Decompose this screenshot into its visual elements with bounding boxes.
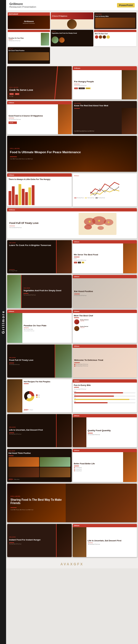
line-chart-svg: [74, 177, 136, 197]
slide-par-brand: Grillmore: [9, 311, 14, 312]
svg-point-7: [98, 220, 100, 222]
overview-slide-5[interactable]: Grillmore Vegetables And Fruit Are Simpl…: [51, 30, 93, 46]
ov6-brand: Grillmore: [95, 30, 100, 32]
ov3-brand: GRILLMORE: [95, 14, 135, 15]
slide-hot-recipes[interactable]: Hot Recipes For Hot Peoples: [7, 379, 72, 412]
slide-hr-label: Recipes: [30, 409, 33, 410]
slide-td-body: The Good Dish Of The Food: [9, 364, 52, 365]
slide-gfh-title: Good Food Is A Source Of Happiness: [9, 115, 57, 117]
slide-sf-title: Sharing Food Is The Best Way To Make Fri…: [10, 498, 69, 505]
slide-treaty-dark[interactable]: GRILLMORE Food Full Of Treaty Love The G…: [7, 344, 72, 378]
slide-row-hot: Hot Recipes For Hot Peoples: [6, 378, 138, 413]
slide-dr-brand: GRILLMORE: [74, 103, 136, 104]
overview-slide-3[interactable]: GRILLMORE Fun In Every Bite: [94, 12, 136, 29]
slide-tl-brand: Grillmore: [9, 209, 15, 211]
slide-lc-legend1: The Good Food: [77, 197, 84, 198]
slide-if-brand: GRILLMORE: [9, 536, 53, 538]
ov3-title: Fun In Every Bite: [95, 15, 135, 17]
slide-vegetables[interactable]: GRILLMORE Vegetables And Fruit Are Simpl…: [7, 275, 72, 308]
slide-cook-serve-love[interactable]: GRILLMORE Cook To Serve Love $3.50 $5.50…: [7, 66, 72, 99]
slide-learn-cook[interactable]: GRILLMORE Learn To Cook For A Brighter T…: [7, 240, 72, 273]
slide-bf-tag3: Hot: [82, 262, 84, 263]
slide-row-treaty: GRILLMORE Food Full Of Treaty Love The G…: [6, 344, 138, 378]
vertical-title-text: Grillmore: [1, 310, 5, 334]
ov5-brand: Grillmore: [52, 31, 92, 32]
slide-dr-title: Know The Real Deal About Your Meal: [74, 105, 136, 107]
slide-bar-chart[interactable]: Grillmore There Is Always A Little Extra…: [7, 173, 72, 206]
slide-food-quality[interactable]: Grillmore Quality Food Quantity The Good…: [73, 414, 137, 447]
slide-bfbl-title: Better Food Better Life: [74, 463, 122, 465]
slide-fb-body: The Good Dish Of The Food: [74, 389, 136, 390]
slide-lc-legend3: The Good Food: [98, 197, 105, 198]
slide-chef-title: Meet The Best Chef: [74, 314, 136, 317]
slide-bf-brand: Grillmore: [74, 241, 79, 243]
slide-bc-brand: Grillmore: [9, 174, 14, 176]
ov6-title: Meet The Best Chef: [95, 33, 136, 35]
full-slide-map: Grillmore Food Full Of Treaty Love The G…: [6, 207, 138, 239]
overview-grid: RESTAURANT Grillmore Restaurant Presenta…: [6, 11, 138, 65]
slide-hungry-people[interactable]: Grillmore For Hungry People The Good Dis…: [73, 66, 137, 99]
slide-cts-title: Cook To Serve Love: [9, 89, 34, 92]
slide-lc2-brand: GRILLMORE: [9, 242, 55, 243]
slide-cts-price3: $ 7.50: [9, 96, 70, 97]
slide-wp-brand: GRILLMORE: [10, 148, 89, 149]
slide-fb-bar2-label: Pizza: [74, 394, 136, 395]
ov1-title: Grillmore: [24, 20, 34, 23]
svg-point-8: [108, 221, 110, 223]
slide-good-food-happiness[interactable]: Grillmore Good Food Is A Source Of Happi…: [7, 101, 72, 134]
slide-eat-good-grid[interactable]: GRILLMORE Eat Good Think Positive 400+ M…: [7, 449, 72, 482]
slide-hp-badge1: Tuna: [74, 88, 78, 89]
slide-hr-legend2: 71%: [38, 397, 40, 398]
svg-point-6: [89, 221, 91, 223]
full-slide-weapon: GRILLMORE Food Is Ultimate Weapon For Pe…: [6, 135, 138, 173]
slide-paradise[interactable]: Grillmore Paradise On Your Plate Start T…: [7, 310, 72, 343]
slide-sf-brand: GRILLMORE: [10, 496, 69, 497]
main-content: Grillmore Restaurant Presentation PowerP…: [6, 0, 138, 568]
bottom-spacer: [6, 558, 138, 560]
ov7-title: Eat Good Think Positive: [9, 50, 49, 51]
slide-fq-title: Quality Food Quantity: [88, 429, 136, 432]
pie-chart-svg: [24, 391, 35, 402]
slide-weapon-peace[interactable]: GRILLMORE Food Is Ultimate Weapon For Pe…: [7, 136, 137, 172]
slide-fb-bar3-label: Pasta: [74, 397, 136, 399]
vertical-title-bar: Grillmore: [0, 0, 6, 644]
slide-line-chart[interactable]: Grillmore The Good Food The Good Food: [73, 173, 137, 206]
slide-dr-body: Cook With Passion And Serve Love With Fo…: [74, 131, 120, 132]
slide-welcome[interactable]: Grillmore Welcome To Delicious Treat The…: [73, 344, 137, 378]
slide-life-uncertain-1[interactable]: GRILLMORE Life Is Uncertain, Eat Dessert…: [7, 414, 72, 447]
overview-slide-4[interactable]: Paradise On Your Plate The Best Dish Of …: [8, 30, 50, 46]
slide-hr-count: 200+: [24, 409, 29, 411]
slide-row-1: GRILLMORE Cook To Serve Love $3.50 $5.50…: [6, 65, 138, 100]
slide-gfh-body: The Good Dish Of The Food: [9, 119, 57, 120]
header-info: Grillmore Restaurant Presentation: [9, 2, 36, 8]
slide-egg-title: Eat Good Think Positive: [9, 452, 70, 454]
ov2-title: A Source Of Happiness: [52, 15, 67, 17]
slide-hp-badge2: Sandwich: [79, 88, 84, 89]
slide-chef[interactable]: Grillmore Meet The Best Chef Stanley Kub…: [73, 310, 137, 343]
slide-hr-legend1: 29%: [38, 395, 40, 396]
slide-sharing-food[interactable]: GRILLMORE Sharing Food Is The Best Way T…: [7, 484, 137, 522]
overview-slide-6[interactable]: Grillmore Meet The Best Chef: [94, 30, 136, 46]
overview-slide-2[interactable]: A Source Of Happiness: [51, 12, 93, 29]
slide-treaty-love[interactable]: Grillmore Food Full Of Treaty Love The G…: [7, 208, 137, 238]
ov1-brand: RESTAURANT: [9, 13, 18, 15]
overview-slide-1[interactable]: RESTAURANT Grillmore Restaurant Presenta…: [8, 12, 50, 29]
slide-hr-title: Hot Recipes For Hot Peoples: [24, 381, 70, 383]
slide-row-vegetables: GRILLMORE Vegetables And Fruit Are Simpl…: [6, 274, 138, 309]
slide-lu1-title: Life Is Uncertain, Eat Dessert First: [9, 429, 53, 431]
slide-bfbl-brand: Grillmore: [74, 450, 79, 451]
slide-best-food[interactable]: Grillmore We Serve The Best Food $ 5.50 …: [73, 240, 137, 273]
slide-hp-body: The Good Dish Of The Food: [74, 85, 120, 86]
overview-slide-7[interactable]: Grillmore Eat Good Think Positive: [8, 47, 50, 64]
slide-if-title: Instant Food For Instant Hunger: [9, 539, 53, 541]
slide-bf-tag1: Spicy: [74, 262, 77, 263]
ov5-title: Vegetables And Fruit Are Simply Good: [52, 32, 92, 34]
slide-lc-brand: Grillmore: [74, 175, 136, 176]
slide-fun-bite[interactable]: Grillmore Fun In Every Bite The Good Dis…: [73, 379, 137, 412]
slide-eat-good-1[interactable]: Grillmore Eat Good Positive The Good Dis…: [73, 275, 137, 308]
slide-dark-right[interactable]: GRILLMORE Know The Real Deal About Your …: [73, 101, 137, 134]
slide-life-uncertain-2[interactable]: Grillmore Life Is Uncertain, Eat Dessert…: [73, 524, 137, 557]
slide-instant-food[interactable]: GRILLMORE Instant Food For Instant Hunge…: [7, 524, 72, 557]
slide-better-food[interactable]: Grillmore Better Food Better Life It's G…: [73, 449, 137, 482]
slide-lu1-body: The Good Dish Of The Food: [9, 434, 53, 435]
